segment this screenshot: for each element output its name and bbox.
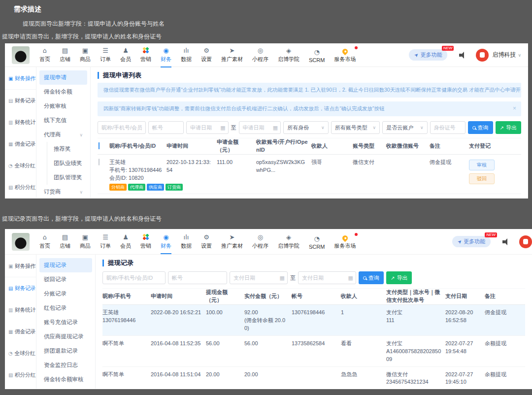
primary-sidebar-item[interactable]: ▣ 财务操作 xyxy=(5,68,36,90)
nav-item[interactable]: ♟ 会员 xyxy=(120,47,131,63)
secondary-sidebar-item[interactable]: 分账审核 xyxy=(39,99,87,113)
nav-item[interactable]: ◔ SCRM xyxy=(309,235,325,250)
nav-item[interactable]: ⚙ 设置 xyxy=(201,47,212,63)
nav-item[interactable]: 营销 xyxy=(140,47,151,63)
row-checkbox[interactable] xyxy=(99,159,100,165)
export-button[interactable]: ↗ 导出 xyxy=(386,271,412,284)
secondary-sidebar-item[interactable]: 供应商提现记录 xyxy=(39,329,92,344)
secondary-sidebar-item[interactable]: 提现申请 xyxy=(39,70,87,85)
announcement-icon[interactable] xyxy=(502,238,510,245)
nav-item[interactable]: ◎ 小程序 xyxy=(252,47,268,63)
nav-item[interactable]: ▤ 店铺 xyxy=(60,233,70,250)
secondary-sidebar-item[interactable]: 订货商 ∨ xyxy=(39,185,87,198)
nav-item[interactable]: ➤ 推广素材 xyxy=(221,233,243,250)
payee-cell: 看看 xyxy=(341,340,386,348)
nav-item[interactable]: ılı 数据 xyxy=(181,47,192,63)
secondary-sidebar-item[interactable]: 红包记录 xyxy=(39,301,92,315)
secondary-sidebar-item[interactable]: 团队管理奖 xyxy=(47,170,87,185)
nav-item[interactable]: 服务市场 xyxy=(334,48,356,63)
nav-item[interactable]: ⌂ 首页 xyxy=(39,233,50,250)
export-button[interactable]: ↗ 导出 xyxy=(496,121,521,134)
apply-date-start-input[interactable]: 申请日期 ▦ xyxy=(186,121,229,134)
identity-select[interactable]: 所有身份 ∨ xyxy=(283,121,328,134)
keyword-input[interactable] xyxy=(102,271,166,284)
nav-item[interactable]: ◔ SCRM xyxy=(309,48,325,63)
id-number-input[interactable] xyxy=(430,121,466,134)
secondary-sidebar-item[interactable]: 提现记录 xyxy=(39,258,92,272)
secondary-sidebar-item[interactable]: 驳回记录 xyxy=(39,272,92,287)
account-input[interactable] xyxy=(168,271,227,284)
secondary-sidebar-item[interactable]: 代理商 ∨ xyxy=(39,128,87,142)
secondary-sidebar-item[interactable]: 资金监控日志 xyxy=(39,358,92,372)
more-features-button[interactable]: ➤ 更多功能 NEW xyxy=(452,236,491,247)
primary-sidebar-item[interactable]: ▧ 积分分红 xyxy=(5,364,36,386)
account-cell: 13735862584 xyxy=(292,340,341,348)
nav-item[interactable]: ☰ 订单 xyxy=(100,47,111,63)
withdraw-records-screenshot: ⌂ 首页 ▤ 店铺 ▣ 商品 ☰ 订单 xyxy=(5,229,532,389)
nav-item[interactable]: ▤ 店铺 xyxy=(60,47,70,63)
nav-item[interactable]: 服务市场 xyxy=(334,234,356,250)
primary-sidebar-item[interactable]: ▤ 财务记录 xyxy=(5,90,36,111)
nav-item[interactable]: ◉ 财务 xyxy=(161,233,171,250)
secondary-sidebar-item[interactable]: 线下充值 xyxy=(39,113,87,128)
announcement-icon[interactable] xyxy=(459,52,467,59)
pay-date-start-input[interactable]: 支付日期 ▦ xyxy=(230,271,288,284)
payee-cell[interactable]: 强哥 xyxy=(311,159,353,166)
nav-item[interactable]: ◈ 启博学院 xyxy=(278,233,299,250)
primary-sidebar-item[interactable]: ◔ 全球分红 xyxy=(5,155,36,176)
nav-item[interactable]: ◉ 财务 xyxy=(161,47,171,63)
finance-ops-icon: ▣ xyxy=(8,76,13,81)
company-name[interactable]: 启博科技 xyxy=(492,51,516,59)
primary-sidebar-item[interactable]: ▤ 财务记录 xyxy=(5,277,36,299)
primary-sidebar-item[interactable]: ▥ 财务统计 xyxy=(5,299,36,321)
nav-item-label: 营销 xyxy=(140,242,151,250)
secondary-sidebar-item[interactable]: 账号充值记录 xyxy=(39,315,92,329)
search-button[interactable]: 查询 xyxy=(468,121,493,134)
secondary-sidebar-item[interactable]: 团队业绩奖 xyxy=(47,156,87,170)
primary-sidebar-item[interactable]: ◔ 全球分红 xyxy=(5,342,36,364)
close-icon[interactable]: × xyxy=(513,105,516,112)
cloud-account-select[interactable]: 是否云账户 ∨ xyxy=(382,121,427,134)
secondary-sidebar-item[interactable]: 佣金转余额审核 xyxy=(39,372,92,387)
nav-item[interactable]: ılı 数据 xyxy=(181,233,192,250)
requirement-line-2: 提现申请页面导出，新增字段，提现申请人的姓名和身份证号 xyxy=(2,33,162,41)
reject-button[interactable]: 驳回 xyxy=(469,173,495,184)
avatar[interactable] xyxy=(476,49,489,62)
approve-button[interactable]: 审核 xyxy=(469,160,495,170)
nav-item[interactable]: 营销 xyxy=(140,233,151,250)
primary-sidebar-item[interactable]: ▦ 佣金记录 xyxy=(5,133,36,155)
primary-sidebar-item[interactable]: ▣ 财务操作 xyxy=(5,256,36,277)
nav-item[interactable]: ▣ 商品 xyxy=(80,233,91,250)
secondary-sidebar-item[interactable]: 拼团退款记录 xyxy=(39,344,92,358)
finance-icon: ◉ xyxy=(163,47,168,54)
secondary-sidebar-item[interactable]: 通联分账记录 xyxy=(39,387,92,389)
account-input[interactable] xyxy=(148,121,184,134)
nav-item[interactable]: ☰ 订单 xyxy=(100,233,111,250)
notice-banner: 因新版“商家转账到零钱”功能调整，需要前往微信支付后台或手机端进行二次确认，成功… xyxy=(98,101,521,116)
nav-item[interactable]: ◈ 启博学院 xyxy=(278,47,299,63)
select-all-checkbox[interactable] xyxy=(99,142,100,149)
nav-item[interactable]: ◎ 小程序 xyxy=(252,233,268,250)
secondary-sidebar-item[interactable]: 推荐奖 xyxy=(47,142,87,156)
apply-date-end-input[interactable]: 申请日期 ▦ xyxy=(239,121,281,134)
secondary-sidebar-item[interactable]: 分账记录 xyxy=(39,287,92,301)
close-icon[interactable]: × xyxy=(513,86,516,93)
primary-sidebar-item[interactable]: ▧ 积分分红 xyxy=(5,176,36,198)
paid-amount: 92.00 xyxy=(244,309,289,317)
account-type-select[interactable]: 所有账号类型 ∨ xyxy=(331,121,380,134)
avatar[interactable] xyxy=(519,235,532,248)
nav-item[interactable]: ♟ 会员 xyxy=(120,233,131,250)
primary-sidebar-item[interactable]: ▥ 财务统计 xyxy=(5,111,36,133)
nav-item[interactable]: ▣ 商品 xyxy=(80,47,91,63)
nav-item[interactable]: ⚙ 设置 xyxy=(201,233,212,250)
more-features-button[interactable]: ➤ 更多功能 NEW xyxy=(409,49,447,61)
search-button[interactable]: 查询 xyxy=(359,271,384,284)
notice-text: 因新版“商家转账到零钱”功能调整，需要前往微信支付后台或手机端进行二次确认，成功… xyxy=(103,105,385,111)
keyword-input[interactable] xyxy=(98,121,146,134)
primary-sidebar-item[interactable]: ▦ 佣金记录 xyxy=(5,321,36,342)
nav-item[interactable]: ➤ 推广素材 xyxy=(221,47,243,63)
secondary-sidebar-label: 团队管理奖 xyxy=(54,174,82,181)
secondary-sidebar-item[interactable]: 佣金转余额 xyxy=(39,85,87,99)
nav-item[interactable]: ⌂ 首页 xyxy=(39,47,50,63)
pay-date-end-input[interactable]: 支付日期 ▦ xyxy=(298,271,356,284)
